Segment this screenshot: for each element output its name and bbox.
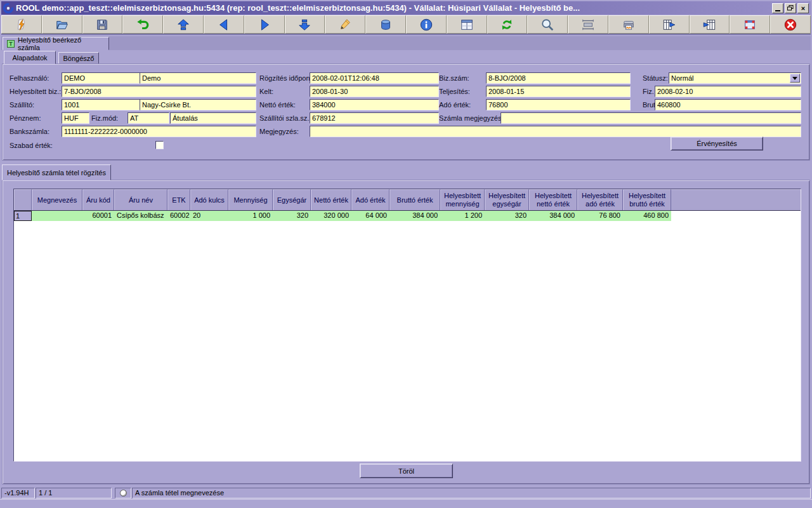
tab-tetel-rogzites[interactable]: Helyesbítő számla tétel rögzítés (2, 164, 111, 180)
database-button[interactable] (365, 15, 406, 34)
data-cell[interactable]: 1 200 (440, 211, 485, 221)
helyesbitett-biz-input[interactable] (62, 86, 256, 97)
grid-data-row[interactable]: 160001Csípős kolbász60002201 000320320 0… (14, 211, 671, 221)
undo-button[interactable] (122, 15, 163, 34)
save-button[interactable] (82, 15, 123, 34)
column-header[interactable]: Nettó érték (311, 189, 351, 210)
rogzites-idopont-input[interactable] (310, 72, 439, 84)
data-cell[interactable]: 320 (273, 211, 311, 221)
data-cell[interactable]: 460 800 (623, 211, 671, 221)
szabad-ertek-label: Szabad érték: (10, 140, 53, 151)
print-button[interactable] (608, 15, 649, 34)
first-record-button[interactable] (163, 15, 204, 34)
netto-ertek-input[interactable] (310, 99, 439, 110)
bankszamla-input[interactable] (62, 126, 256, 137)
data-cell[interactable]: 64 000 (351, 211, 390, 221)
magnifier-icon (540, 18, 554, 32)
window-bottom-edge (0, 499, 812, 508)
torol-button[interactable]: Töröl (360, 464, 453, 478)
data-cell[interactable]: 320 (485, 211, 529, 221)
tab-alapadatok[interactable]: Alapadatok (4, 51, 56, 64)
last-record-button[interactable] (285, 15, 325, 34)
search-button[interactable] (527, 15, 568, 34)
close-form-button[interactable] (770, 15, 811, 34)
sub-tab-strip: Alapadatok Böngésző (1, 50, 811, 64)
column-header[interactable]: Áru kód (82, 189, 114, 210)
column-header[interactable] (14, 189, 32, 210)
column-header[interactable]: Bruttó érték (390, 189, 440, 210)
execute-button[interactable] (1, 15, 42, 34)
minimize-button[interactable] (772, 3, 783, 13)
szallito-name-input[interactable] (140, 99, 256, 110)
fiz-hatarido-input[interactable] (655, 86, 801, 97)
column-header[interactable]: Helyesbített egységár (485, 189, 529, 210)
column-header[interactable]: Megnevezés (32, 189, 82, 210)
column-header[interactable]: Mennyiség (228, 189, 273, 210)
previous-record-button[interactable] (204, 15, 244, 34)
window-layout-button[interactable] (730, 15, 770, 34)
data-cell[interactable]: 384 000 (390, 211, 440, 221)
statusz-select[interactable]: Normál (669, 72, 801, 84)
column-header[interactable]: Egységár (273, 189, 311, 210)
data-cell[interactable]: 384 000 (529, 211, 577, 221)
column-header[interactable]: Helyesbített mennyiség (440, 189, 485, 210)
fizmod-name-input[interactable] (170, 112, 256, 124)
data-cell[interactable]: 320 000 (311, 211, 351, 221)
data-cell[interactable]: 1 000 (228, 211, 273, 221)
data-cell[interactable]: 60002 (167, 211, 190, 221)
statusz-selected-value: Normál (671, 74, 693, 82)
version-label: -v1.94H (1, 488, 35, 498)
data-cell[interactable]: 76 800 (577, 211, 623, 221)
column-header[interactable]: Helyesbített nettó érték (529, 189, 577, 210)
column-header[interactable]: Adó kulcs (190, 189, 228, 210)
toolbar (1, 15, 811, 35)
tab-helyesbito-beerkezo-szamla[interactable]: T Helyesbítő beérkező számla (3, 37, 109, 50)
szallito-label: Szállító: (10, 99, 34, 110)
records-window-button[interactable] (447, 15, 487, 34)
data-cell[interactable]: 60001 (82, 211, 114, 221)
restore-button[interactable] (785, 3, 796, 13)
szallitoi-szla-input[interactable] (310, 112, 439, 124)
szallito-code-input[interactable] (62, 99, 140, 110)
column-header[interactable]: Adó érték (351, 189, 390, 210)
bizszam-input[interactable] (486, 72, 631, 84)
szamla-megjegyzes-label: Számla megjegyzés: (439, 112, 504, 124)
data-cell[interactable]: Csípős kolbász (114, 211, 167, 221)
kelt-input[interactable] (310, 86, 439, 97)
open-button[interactable] (42, 15, 82, 34)
column-header[interactable]: Helyesbített bruttó érték (623, 189, 671, 210)
close-button[interactable]: × (797, 3, 809, 13)
info-button[interactable] (406, 15, 447, 34)
szamla-megjegyzes-input[interactable] (501, 112, 801, 124)
chevron-down-icon[interactable] (790, 74, 800, 83)
megjegyzes-label: Megjegyzés: (259, 126, 299, 137)
print-preview-button[interactable] (568, 15, 608, 34)
ado-ertek-input[interactable] (486, 99, 631, 110)
column-header[interactable]: Helyesbített adó érték (577, 189, 623, 210)
refresh-button[interactable] (487, 15, 528, 34)
ervenyesites-button[interactable]: Érvényesítés (671, 137, 763, 150)
status-bar: -v1.94H 1 / 1 A számla tétel megnevezése (1, 487, 811, 499)
brutto-ertek-input[interactable] (655, 99, 801, 110)
data-cell[interactable] (32, 211, 82, 221)
import-table-button[interactable] (690, 15, 730, 34)
column-header[interactable]: ETK (167, 189, 190, 210)
next-record-button[interactable] (244, 15, 285, 34)
record-position: 1 / 1 (36, 488, 112, 498)
felhasznalo-name-input[interactable] (140, 72, 256, 84)
pencil-icon (338, 18, 352, 32)
lightning-icon (15, 18, 29, 32)
megjegyzes-input[interactable] (310, 126, 801, 137)
data-cell[interactable]: 20 (190, 211, 228, 221)
felhasznalo-code-input[interactable] (62, 72, 140, 84)
edit-button[interactable] (325, 15, 365, 34)
penznem-input[interactable] (62, 112, 89, 124)
fizmod-code-input[interactable] (128, 112, 169, 124)
export-table-button[interactable] (649, 15, 690, 34)
arrow-up-icon (176, 18, 190, 32)
tab-bongeszo[interactable]: Böngésző (58, 52, 99, 64)
szabad-ertek-checkbox[interactable] (155, 141, 164, 149)
column-header[interactable]: Áru név (114, 189, 167, 210)
teljesites-input[interactable] (486, 86, 631, 97)
row-number-cell[interactable]: 1 (14, 211, 32, 221)
